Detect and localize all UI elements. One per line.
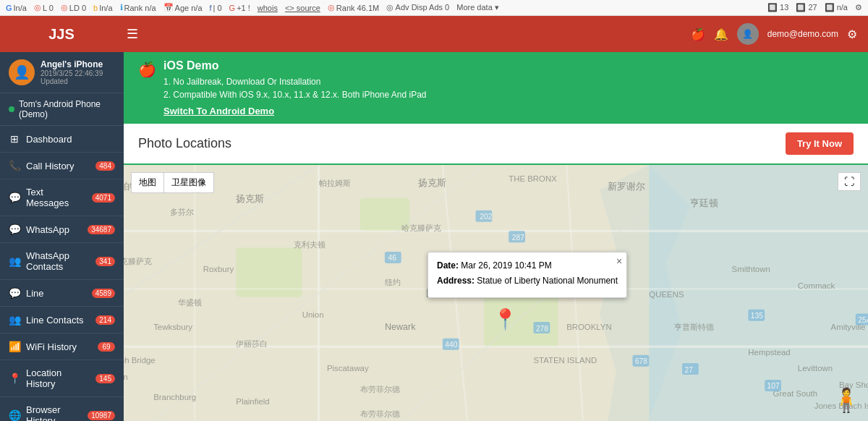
sidebar-label-line: Line [26, 288, 86, 299]
header-icons: 🍎 🔔 👤 demo@demo.com ⚙ [691, 23, 857, 45]
seo-source[interactable]: <> source [285, 4, 320, 12]
svg-text:135: 135 [751, 312, 763, 320]
map-pin[interactable]: 📍 [493, 310, 518, 330]
layout: 👤 Angel's iPhone 2019/3/25 22:46:39 Upda… [0, 52, 868, 421]
page-title: Photo Locations [138, 136, 231, 151]
seo-whois[interactable]: whois [258, 4, 278, 12]
sidebar-label-line-contacts: Line Contacts [26, 315, 90, 326]
header-email: demo@demo.com [767, 29, 838, 39]
line-badge: 4589 [92, 289, 115, 298]
device-avatar: 👤 [9, 59, 35, 85]
svg-text:QUEENS: QUEENS [649, 290, 684, 299]
seo-google: G In/a [6, 4, 27, 12]
ios-icon: 🍎 [138, 61, 156, 78]
sidebar-demo[interactable]: Tom's Android Phone (Demo) [0, 93, 124, 126]
svg-text:27: 27 [684, 366, 693, 374]
sidebar-label-whatsapp: WhatsApp [26, 224, 82, 235]
svg-text:Hempstead: Hempstead [748, 348, 790, 357]
seo-fb: f| 0 [210, 4, 222, 12]
sidebar: 👤 Angel's iPhone 2019/3/25 22:46:39 Upda… [0, 52, 124, 421]
popup-date-row: Date: Mar 26, 2019 10:41 PM [437, 260, 618, 272]
page-header: Photo Locations Try It Now [124, 124, 868, 165]
try-it-now-button[interactable]: Try It Now [786, 132, 854, 155]
svg-text:Lebanon: Lebanon [124, 373, 128, 381]
sidebar-item-line[interactable]: 💬 Line 4589 [0, 280, 124, 307]
avatar-icon: 👤 [742, 29, 753, 39]
sms-icon: 💬 [9, 192, 20, 203]
sidebar-item-line-contacts[interactable]: 👥 Line Contacts 214 [0, 307, 124, 333]
ios-banner-title: iOS Demo [163, 59, 427, 72]
call-icon: 📞 [9, 160, 20, 171]
sidebar-label-call-history: Call History [26, 161, 90, 171]
svg-text:Tewksbury: Tewksbury [153, 323, 192, 331]
svg-text:克利夫顿: 克利夫顿 [294, 240, 326, 249]
map-view-button[interactable]: 地图 [131, 172, 163, 193]
svg-text:Piscataway: Piscataway [327, 364, 369, 373]
ios-banner: 🍎 iOS Demo 1. No Jailbreak, Download Or … [124, 52, 868, 124]
svg-text:46: 46 [388, 254, 396, 262]
sidebar-item-whatsapp-contacts[interactable]: 👥 WhatsApp Contacts 341 [0, 243, 124, 280]
apple-icon: 🍎 [691, 27, 705, 41]
sidebar-label-whatsapp-contacts: WhatsApp Contacts [26, 250, 90, 272]
sidebar-item-wifi-history[interactable]: 📶 WiFi History 69 [0, 333, 124, 360]
seo-stat2: 🔲 27 [796, 3, 817, 12]
svg-text:Union: Union [302, 310, 324, 319]
browser-history-badge: 10987 [88, 411, 115, 420]
sidebar-item-dashboard[interactable]: ⊞ Dashboard [0, 126, 124, 153]
svg-text:扬克斯: 扬克斯 [418, 178, 446, 188]
header: JJS ☰ 🍎 🔔 👤 demo@demo.com ⚙ [0, 16, 868, 52]
svg-text:亨廷顿: 亨廷顿 [690, 198, 718, 208]
browser-icon: 🌐 [9, 409, 20, 421]
location-icon: 📍 [9, 373, 20, 384]
map-controls: 地图 卫星图像 [131, 172, 214, 193]
switch-android-link[interactable]: Switch To Android Demo [163, 106, 274, 116]
line-contacts-badge: 214 [95, 315, 115, 325]
sidebar-item-whatsapp[interactable]: 💬 WhatsApp 34687 [0, 216, 124, 243]
notification-icon[interactable]: 🔔 [714, 27, 728, 41]
sidebar-item-location-history[interactable]: 📍 Location History 145 [0, 360, 124, 397]
svg-text:202: 202 [480, 213, 492, 221]
svg-text:布劳菲尔德: 布劳菲尔德 [360, 409, 400, 418]
svg-text:扬克斯: 扬克斯 [236, 194, 264, 204]
svg-text:440: 440 [445, 341, 457, 349]
seo-alexa: ◎Rank 46.1M [328, 3, 379, 12]
line-contacts-icon: 👥 [9, 314, 20, 326]
avatar[interactable]: 👤 [737, 23, 759, 45]
settings-icon[interactable]: ⚙ [847, 27, 857, 41]
sidebar-item-text-messages[interactable]: 💬 Text Messages 4071 [0, 179, 124, 216]
svg-text:帕拉姆斯: 帕拉姆斯 [319, 179, 351, 187]
seo-more[interactable]: More data ▾ [456, 3, 499, 12]
text-messages-badge: 4071 [92, 193, 115, 203]
popup-date-label: Date: [437, 260, 459, 271]
popup-address-row: Address: Statue of Liberty National Monu… [437, 275, 618, 287]
svg-text:伊丽莎白: 伊丽莎白 [236, 339, 268, 348]
svg-text:THE BRONX: THE BRONX [509, 174, 557, 183]
sidebar-item-browser-history[interactable]: 🌐 Browser History 10987 [0, 397, 124, 421]
popup-close-button[interactable]: × [616, 255, 622, 267]
ios-line-2: 2. Compatible With iOS 9.x, 10.x, 11.x &… [163, 88, 427, 101]
hamburger-button[interactable]: ☰ [123, 22, 142, 46]
sidebar-item-call-history[interactable]: 📞 Call History 484 [0, 153, 124, 179]
wifi-history-badge: 69 [98, 342, 115, 352]
svg-text:华盛顿: 华盛顿 [178, 298, 202, 307]
device-name: Angel's iPhone [41, 59, 115, 69]
seo-gear[interactable]: ⚙ [855, 3, 862, 12]
ios-line-1: 1. No Jailbreak, Download Or Installatio… [163, 75, 427, 88]
dashboard-icon: ⊞ [9, 133, 20, 145]
seo-bar: G In/a ◎L 0 ◎LD 0 bIn/a ℹRank n/a 📅Age n… [0, 0, 868, 16]
map-container[interactable]: 帕特森 多芬尔 扬克斯 帕拉姆斯 扬克斯 THE BRONX 新罗谢尔 亨廷顿 … [124, 165, 868, 421]
device-info[interactable]: 👤 Angel's iPhone 2019/3/25 22:46:39 Upda… [0, 52, 124, 93]
seo-gplus: G+1 ! [229, 4, 250, 12]
satellite-view-button[interactable]: 卫星图像 [163, 172, 214, 193]
whatsapp-contacts-badge: 341 [95, 257, 115, 266]
map-popup: × Date: Mar 26, 2019 10:41 PM Address: S… [427, 252, 627, 298]
demo-dot [9, 106, 14, 112]
svg-text:BROOKLYN: BROOKLYN [566, 323, 612, 331]
seo-stat3: 🔲 n/a [825, 3, 848, 12]
svg-text:Levittown: Levittown [798, 364, 833, 373]
map-expand-button[interactable]: ⛶ [838, 172, 861, 191]
svg-text:纽约: 纽约 [385, 278, 401, 286]
seo-stat1: 🔲 13 [767, 3, 788, 12]
svg-text:High Bridge: High Bridge [124, 356, 156, 365]
device-details: Angel's iPhone 2019/3/25 22:46:39 Update… [41, 59, 115, 85]
